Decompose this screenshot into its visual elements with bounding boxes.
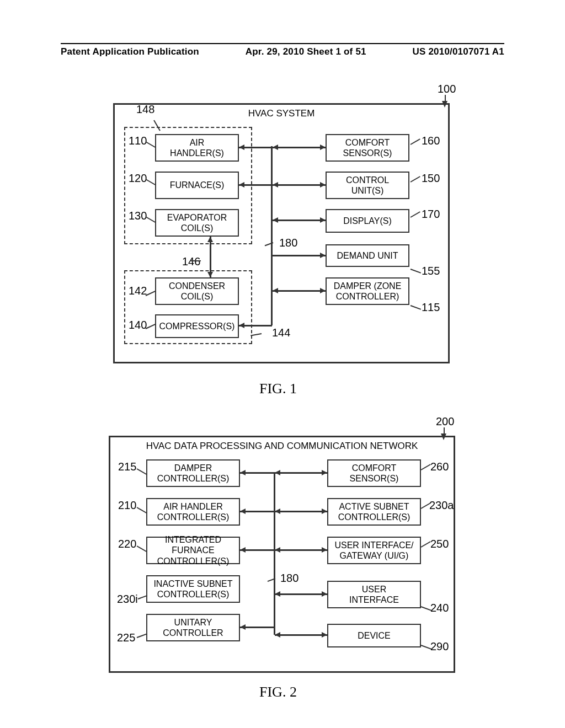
box-device: DEVICE bbox=[327, 624, 421, 647]
arrowhead-icon bbox=[240, 547, 246, 553]
header-rule bbox=[61, 43, 504, 44]
ref-115: 115 bbox=[422, 301, 440, 314]
arrowhead-icon bbox=[320, 144, 326, 150]
box-damper-controller: DAMPER CONTROLLER(S) bbox=[146, 459, 240, 487]
pointer-arrow-icon bbox=[441, 433, 446, 440]
fig1-title: HVAC SYSTEM bbox=[115, 108, 448, 119]
ref-180-fig2: 180 bbox=[280, 572, 299, 585]
box-condenser-coil: CONDENSER COIL(S) bbox=[155, 277, 239, 305]
arrowhead-icon bbox=[322, 632, 327, 638]
box-comfort-sensor: COMFORT SENSOR(S) bbox=[326, 134, 409, 162]
arrowhead-icon bbox=[273, 288, 278, 293]
connector-line bbox=[275, 511, 327, 512]
lead-line bbox=[250, 333, 262, 336]
arrowhead-icon bbox=[322, 508, 327, 514]
ref-180: 180 bbox=[279, 237, 297, 249]
header-center: Apr. 29, 2010 Sheet 1 of 51 bbox=[246, 46, 366, 57]
pointer-arrow-icon bbox=[442, 101, 447, 108]
arrowhead-icon bbox=[275, 508, 280, 514]
lead-line bbox=[411, 211, 420, 218]
ref-250: 250 bbox=[430, 538, 449, 550]
box-integratedfurnace-ctrl: INTEGRATED FURNACE CONTROLLER(S) bbox=[146, 537, 240, 564]
ref-150: 150 bbox=[422, 172, 440, 185]
connector-line bbox=[272, 255, 326, 256]
patent-page: Patent Application Publication Apr. 29, … bbox=[0, 0, 565, 728]
ref-148: 148 bbox=[136, 103, 154, 116]
connector-line bbox=[272, 184, 326, 186]
ref-146: 146 bbox=[182, 255, 200, 268]
ref-142: 142 bbox=[129, 285, 147, 297]
arrowhead-icon bbox=[275, 470, 280, 475]
arrowhead-icon bbox=[322, 591, 327, 597]
box-airhandler-controller: AIR HANDLER CONTROLLER(S) bbox=[146, 498, 240, 526]
lead-line bbox=[411, 305, 421, 310]
ref-130: 130 bbox=[129, 210, 147, 222]
ref-230a: 230a bbox=[429, 499, 454, 512]
box-demand-unit: DEMAND UNIT bbox=[326, 244, 409, 267]
lead-line bbox=[137, 507, 147, 513]
vertical-bus-line bbox=[274, 472, 275, 635]
arrowhead-icon bbox=[240, 624, 246, 630]
ref-170: 170 bbox=[422, 208, 440, 221]
ref-260: 260 bbox=[430, 461, 449, 473]
arrowhead-icon bbox=[207, 237, 213, 242]
arrowhead-icon bbox=[239, 144, 244, 150]
arrowhead-icon bbox=[275, 632, 280, 638]
ref-144: 144 bbox=[272, 326, 290, 339]
fig2-title: HVAC DATA PROCESSING AND COMMUNICATION N… bbox=[110, 441, 454, 452]
arrowhead-icon bbox=[320, 217, 326, 223]
ref-200: 200 bbox=[436, 415, 454, 428]
connector-line bbox=[275, 593, 327, 595]
lead-line bbox=[137, 468, 147, 475]
connector-line bbox=[272, 147, 326, 148]
lead-line bbox=[411, 176, 420, 183]
box-evaporator-coil: EVAPORATOR COIL(S) bbox=[155, 209, 239, 237]
ref-230i: 230i bbox=[117, 593, 138, 606]
fig2-label: FIG. 2 bbox=[259, 684, 297, 700]
box-unitary-controller: UNITARY CONTROLLER bbox=[146, 614, 240, 641]
connector-line bbox=[272, 290, 326, 292]
connector-line bbox=[275, 634, 327, 636]
arrowhead-icon bbox=[273, 217, 278, 223]
ref-225: 225 bbox=[117, 631, 135, 644]
fig2-hvac-network: HVAC DATA PROCESSING AND COMMUNICATION N… bbox=[109, 436, 455, 673]
arrowhead-icon bbox=[240, 508, 246, 514]
arrowhead-icon bbox=[322, 547, 327, 553]
ref-290: 290 bbox=[430, 640, 449, 653]
refrigerant-line bbox=[210, 237, 211, 277]
lead-line bbox=[411, 138, 420, 145]
arrowhead-icon bbox=[320, 288, 326, 293]
ref-215: 215 bbox=[118, 461, 136, 473]
header-right: US 2010/0107071 A1 bbox=[412, 46, 504, 57]
ref-155: 155 bbox=[422, 265, 440, 277]
box-comfort-sensor-2: COMFORT SENSOR(S) bbox=[327, 459, 421, 487]
fig1-label: FIG. 1 bbox=[259, 381, 297, 397]
connector-line bbox=[275, 549, 327, 551]
ref-160: 160 bbox=[422, 135, 440, 147]
arrowhead-icon bbox=[275, 591, 280, 597]
box-active-subnet-ctrl: ACTIVE SUBNET CONTROLLER(S) bbox=[327, 498, 421, 526]
arrowhead-icon bbox=[207, 272, 213, 277]
lead-line bbox=[137, 545, 147, 552]
arrowhead-icon bbox=[239, 182, 244, 188]
arrowhead-icon bbox=[239, 323, 244, 328]
box-display: DISPLAY(S) bbox=[326, 209, 409, 233]
ref-140: 140 bbox=[129, 319, 147, 331]
arrowhead-icon bbox=[320, 182, 326, 188]
arrowhead-icon bbox=[273, 182, 278, 188]
header-left: Patent Application Publication bbox=[61, 46, 199, 57]
arrowhead-icon bbox=[320, 253, 326, 258]
box-furnace: FURNACE(S) bbox=[155, 172, 239, 199]
arrowhead-icon bbox=[275, 547, 280, 553]
ref-110: 110 bbox=[129, 135, 147, 147]
box-inactive-subnet-ctrl: INACTIVE SUBNET CONTROLLER(S) bbox=[146, 575, 240, 603]
vertical-bus-line bbox=[271, 146, 273, 325]
box-damper-zone: DAMPER (ZONE CONTROLLER) bbox=[326, 277, 409, 305]
box-user-interface: USER INTERFACE bbox=[327, 581, 421, 608]
lead-line bbox=[411, 269, 421, 274]
lead-line bbox=[421, 464, 431, 470]
connector-line bbox=[275, 472, 327, 474]
ref-120: 120 bbox=[129, 172, 147, 185]
ref-100: 100 bbox=[438, 83, 456, 95]
page-header: Patent Application Publication Apr. 29, … bbox=[61, 46, 504, 57]
